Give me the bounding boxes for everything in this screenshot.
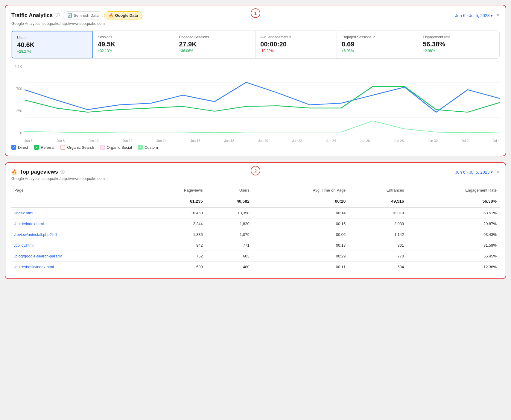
legend-direct[interactable]: ✓ Direct — [11, 145, 28, 150]
totals-engagement-rate: 56.38% — [407, 195, 500, 208]
row4-avg-time: 00:29 — [253, 251, 349, 262]
widget2-close-button[interactable]: × — [496, 169, 500, 175]
metric-sessions-change: +32.13% — [98, 49, 169, 53]
x-label-13: Jul 2 — [462, 139, 469, 142]
x-label-10: Jun 26 — [360, 139, 370, 142]
col-engagement-rate: Engagement Rate — [407, 186, 500, 195]
widget2-date-range[interactable]: Jun 6 - Jul 5, 2023 ▾ — [455, 170, 493, 175]
semrush-icon: 🔄 — [67, 13, 72, 18]
metric-engaged-sessions[interactable]: Engaged Sessions 27.9K +36.06% — [174, 31, 256, 58]
widget1-date-range[interactable]: Jun 6 - Jul 5, 2023 ▾ — [455, 13, 493, 18]
row3-page[interactable]: /policy.html — [11, 240, 144, 251]
row5-avg-time: 00:11 — [253, 262, 349, 272]
legend-organic-search-label: Organic Search — [67, 145, 94, 150]
metric-er-label: Engagement rate — [423, 35, 495, 39]
row3-engagement-rate: 31.59% — [407, 240, 500, 251]
checkmark-custom: ✓ — [139, 146, 142, 149]
semrush-data-tab[interactable]: 🔄 Semrush Data — [63, 11, 103, 19]
row0-avg-time: 00:14 — [253, 207, 349, 219]
metric-users[interactable]: Users 40.6K +28.27% — [12, 31, 93, 58]
chart-svg — [25, 65, 500, 135]
metric-users-change: +28.27% — [17, 49, 88, 54]
col-page: Page — [11, 186, 144, 195]
row1-page[interactable]: /guide/index.html — [11, 219, 144, 229]
row2-page[interactable]: /review/uninstall.php?t=1 — [11, 229, 144, 240]
row0-engagement-rate: 63.51% — [407, 207, 500, 219]
row0-pageviews: 16,460 — [144, 207, 206, 219]
row3-users: 771 — [206, 240, 253, 251]
row4-page[interactable]: /blog/google-search-param/ — [11, 251, 144, 262]
col-pageviews: Pageviews — [144, 186, 206, 195]
row2-avg-time: 00:06 — [253, 229, 349, 240]
google-icon: 🔥 — [109, 13, 113, 18]
legend-custom-label: Custom — [145, 145, 158, 150]
legend-organic-search[interactable]: Organic Search — [60, 145, 94, 150]
x-label-5: Jun 16 — [190, 139, 200, 142]
row4-entrances: 770 — [349, 251, 407, 262]
data-source-tabs: 🔄 Semrush Data 🔥 Google Data — [63, 11, 142, 19]
row1-avg-time: 00:15 — [253, 219, 349, 229]
top-pageviews-widget: 2 🔥 Top pageviews ⓘ Google Analytics: se… — [5, 162, 506, 279]
table-row: /guide/basic/index.html 590 480 00:11 53… — [11, 262, 500, 272]
widget1-subtitle: Google Analytics: seoquake/http://www.se… — [11, 21, 500, 26]
row5-page[interactable]: /guide/basic/index.html — [11, 262, 144, 272]
widget1-close-button[interactable]: × — [496, 12, 500, 19]
x-label-9: Jun 24 — [326, 139, 336, 142]
metric-sessions-value: 49.5K — [98, 40, 169, 48]
metric-esp-label: Engaged Sessions P... — [342, 35, 413, 39]
google-data-tab[interactable]: 🔥 Google Data — [104, 11, 142, 19]
legend-direct-label: Direct — [18, 145, 28, 150]
row5-users: 480 — [206, 262, 253, 272]
legend-custom[interactable]: ✓ Custom — [138, 145, 158, 150]
col-users: Users — [206, 186, 253, 195]
row2-engagement-rate: 93.43% — [407, 229, 500, 240]
legend-organic-social[interactable]: Organic Social — [100, 145, 132, 150]
y-label-1: 700 — [11, 87, 22, 91]
metric-avg-engagement[interactable]: Avg. engagement ti... 00:00:20 -10.28% — [256, 31, 337, 58]
metric-er-change: +2.98% — [423, 49, 495, 53]
y-label-3: 0 — [11, 131, 22, 135]
totals-page — [11, 195, 144, 208]
widget2-subtitle: Google Analytics: seoquake/http://www.se… — [11, 176, 105, 181]
row0-users: 13,350 — [206, 207, 253, 219]
legend-referral[interactable]: ✓ Referral — [34, 145, 54, 150]
widget1-title: Traffic Analytics — [11, 12, 53, 19]
metric-users-label: Users — [17, 36, 88, 40]
row3-entrances: 861 — [349, 240, 407, 251]
x-label-6: Jun 18 — [224, 139, 234, 142]
info-icon-1[interactable]: ⓘ — [56, 13, 60, 18]
table-row: /index.html 16,460 13,350 00:14 16,019 6… — [11, 207, 500, 219]
y-label-0: 1.1K — [11, 65, 22, 69]
x-label-2: Jun 10 — [89, 139, 98, 142]
x-label-12: Jun 30 — [428, 139, 438, 142]
metric-sessions[interactable]: Sessions 49.5K +32.13% — [93, 31, 174, 58]
metric-engagement-rate[interactable]: Engagement rate 56.38% +2.98% — [418, 31, 499, 58]
row1-engagement-rate: 29.87% — [407, 219, 500, 229]
row0-page[interactable]: /index.html — [11, 207, 144, 219]
chart-x-axis: Jun 6 Jun 8 Jun 10 Jun 12 Jun 14 Jun 16 … — [25, 139, 500, 142]
metric-users-value: 40.6K — [17, 41, 88, 49]
totals-row: 61,235 40,582 00:20 49,516 56.38% — [11, 195, 500, 208]
row2-entrances: 1,142 — [349, 229, 407, 240]
col-entrances: Entrances — [349, 186, 407, 195]
metric-engaged-sessions-per[interactable]: Engaged Sessions P... 0.69 +6.08% — [337, 31, 418, 58]
widget1-header-right: Jun 6 - Jul 5, 2023 ▾ × — [455, 12, 500, 19]
x-label-0: Jun 6 — [25, 139, 33, 142]
x-label-4: Jun 14 — [156, 139, 166, 142]
metric-avg-engagement-value: 00:00:20 — [260, 40, 332, 48]
metric-esp-value: 0.69 — [342, 40, 413, 48]
widget2-header-right: Jun 6 - Jul 5, 2023 ▾ × — [455, 169, 500, 175]
traffic-chart: 1.1K 700 350 0 Jun 6 — [11, 65, 500, 142]
row3-avg-time: 00:18 — [253, 240, 349, 251]
metric-sessions-label: Sessions — [98, 35, 169, 39]
row1-users: 1,820 — [206, 219, 253, 229]
legend-organic-social-checkbox — [100, 145, 105, 150]
metric-engaged-sessions-label: Engaged Sessions — [179, 35, 250, 39]
widget2-title: Top pageviews — [20, 169, 58, 175]
totals-pageviews: 61,235 — [144, 195, 206, 208]
x-label-1: Jun 8 — [57, 139, 65, 142]
info-icon-2[interactable]: ⓘ — [60, 169, 65, 175]
legend-referral-label: Referral — [41, 145, 54, 150]
row1-entrances: 2,039 — [349, 219, 407, 229]
metric-er-value: 56.38% — [423, 40, 495, 48]
